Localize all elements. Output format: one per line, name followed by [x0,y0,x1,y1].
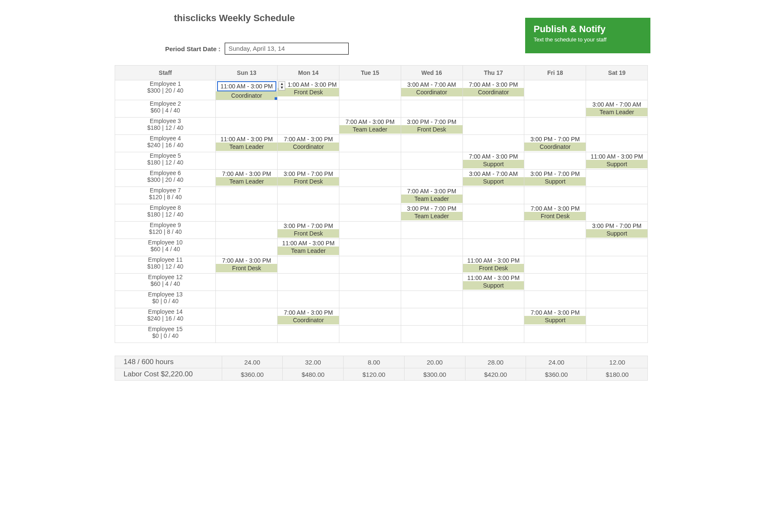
shift-cell[interactable] [339,274,401,291]
shift-cell[interactable] [586,326,648,343]
shift-cell[interactable]: 7:00 AM - 3:00 PMFront Desk [524,204,586,222]
shift-cell[interactable] [216,326,278,343]
shift-cell[interactable] [278,274,339,291]
shift-cell[interactable]: 11:00 AM - 3:00 PMTeam Leader [216,135,278,152]
shift-cell[interactable]: 7:00 AM - 3:00 PMTeam Leader [401,187,463,204]
shift-cell[interactable] [586,80,648,100]
shift-cell[interactable]: 7:00 AM - 3:00 PMCoordinator [278,308,339,326]
shift-cell[interactable] [216,187,278,204]
shift-cell[interactable] [401,135,463,152]
shift-cell[interactable] [216,204,278,222]
shift-cell[interactable]: 7:00 AM - 3:00 PMTeam Leader [216,170,278,187]
shift-cell[interactable] [524,274,586,291]
shift-cell[interactable]: 7:00 AM - 3:00 PMFront Desk [216,256,278,274]
shift-cell[interactable] [216,308,278,326]
shift-cell[interactable] [401,100,463,118]
shift-cell[interactable] [524,100,586,118]
shift-cell[interactable] [216,118,278,135]
shift-cell[interactable] [339,204,401,222]
shift-cell[interactable] [401,291,463,308]
shift-cell[interactable]: 7:00 AM - 3:00 PMSupport [463,152,524,170]
shift-cell[interactable] [463,239,524,256]
shift-cell[interactable] [586,187,648,204]
shift-cell[interactable]: 3:00 PM - 7:00 PMFront Desk [401,118,463,135]
shift-cell[interactable] [278,152,339,170]
shift-cell[interactable] [401,326,463,343]
shift-cell[interactable]: 3:00 PM - 7:00 PMSupport [524,170,586,187]
shift-cell[interactable] [586,308,648,326]
shift-cell[interactable]: 11:00 AM - 3:00 PMSupport [463,274,524,291]
stepper-icon[interactable]: ▲▼ [278,81,285,90]
shift-cell[interactable] [463,291,524,308]
shift-cell[interactable] [524,326,586,343]
shift-cell[interactable] [339,152,401,170]
shift-cell[interactable] [586,239,648,256]
shift-cell[interactable]: 3:00 AM - 7:00 AMCoordinator [401,80,463,100]
shift-cell[interactable] [278,118,339,135]
shift-cell[interactable] [216,291,278,308]
shift-cell[interactable] [278,187,339,204]
shift-cell[interactable] [401,308,463,326]
shift-cell[interactable] [586,291,648,308]
shift-cell[interactable] [401,152,463,170]
shift-cell[interactable] [463,187,524,204]
shift-cell[interactable] [524,80,586,100]
shift-cell[interactable]: 1:00 AM - 3:00 PM▲▼Front Desk [278,80,339,100]
shift-cell[interactable] [339,170,401,187]
shift-cell[interactable] [339,222,401,239]
shift-cell[interactable] [339,239,401,256]
shift-cell[interactable] [401,274,463,291]
shift-cell[interactable]: 3:00 PM - 7:00 PMFront Desk [278,222,339,239]
shift-cell[interactable] [278,326,339,343]
shift-cell[interactable] [463,118,524,135]
shift-cell[interactable] [216,100,278,118]
shift-cell[interactable] [278,100,339,118]
shift-cell[interactable] [278,291,339,308]
shift-cell[interactable] [524,152,586,170]
shift-cell[interactable] [586,256,648,274]
shift-cell[interactable] [216,152,278,170]
selection-handle-icon[interactable] [275,97,277,100]
shift-cell[interactable] [339,308,401,326]
shift-cell[interactable] [216,274,278,291]
shift-cell[interactable] [463,204,524,222]
shift-cell[interactable] [524,222,586,239]
shift-cell[interactable] [339,291,401,308]
shift-cell[interactable] [401,239,463,256]
shift-cell[interactable] [401,170,463,187]
shift-cell[interactable]: 3:00 PM - 7:00 PMCoordinator [524,135,586,152]
period-start-input[interactable]: Sunday, April 13, 14 [225,43,349,55]
publish-notify-button[interactable]: Publish & Notify Text the schedule to yo… [525,18,650,53]
shift-cell[interactable]: 7:00 AM - 3:00 PMTeam Leader [339,118,401,135]
shift-cell[interactable] [586,170,648,187]
shift-cell[interactable]: 7:00 AM - 3:00 PMSupport [524,308,586,326]
shift-cell[interactable] [524,291,586,308]
shift-cell[interactable] [339,135,401,152]
shift-cell[interactable] [586,204,648,222]
shift-cell[interactable]: 11:00 AM - 3:00 PMSupport [586,152,648,170]
shift-cell[interactable] [586,118,648,135]
shift-cell[interactable] [401,256,463,274]
shift-cell[interactable] [401,222,463,239]
shift-cell[interactable] [339,80,401,100]
shift-cell[interactable] [524,239,586,256]
shift-cell[interactable]: 11:00 AM - 3:00 PMTeam Leader [278,239,339,256]
shift-cell[interactable] [586,135,648,152]
shift-cell[interactable] [524,118,586,135]
shift-cell[interactable] [524,256,586,274]
shift-cell[interactable] [339,187,401,204]
shift-cell[interactable] [339,256,401,274]
shift-cell[interactable] [463,135,524,152]
shift-cell[interactable]: 3:00 PM - 7:00 PMSupport [586,222,648,239]
shift-cell[interactable]: 7:00 AM - 3:00 PMCoordinator [278,135,339,152]
shift-cell[interactable]: 7:00 AM - 3:00 PMCoordinator [463,80,524,100]
shift-cell[interactable] [339,100,401,118]
shift-cell[interactable] [216,239,278,256]
shift-cell[interactable] [463,222,524,239]
shift-cell[interactable] [463,326,524,343]
shift-cell[interactable]: 3:00 PM - 7:00 PMFront Desk [278,170,339,187]
shift-cell[interactable] [463,308,524,326]
shift-cell[interactable] [278,256,339,274]
shift-cell[interactable]: 11:00 AM - 3:00 PMCoordinator [216,80,278,100]
shift-cell[interactable] [524,187,586,204]
